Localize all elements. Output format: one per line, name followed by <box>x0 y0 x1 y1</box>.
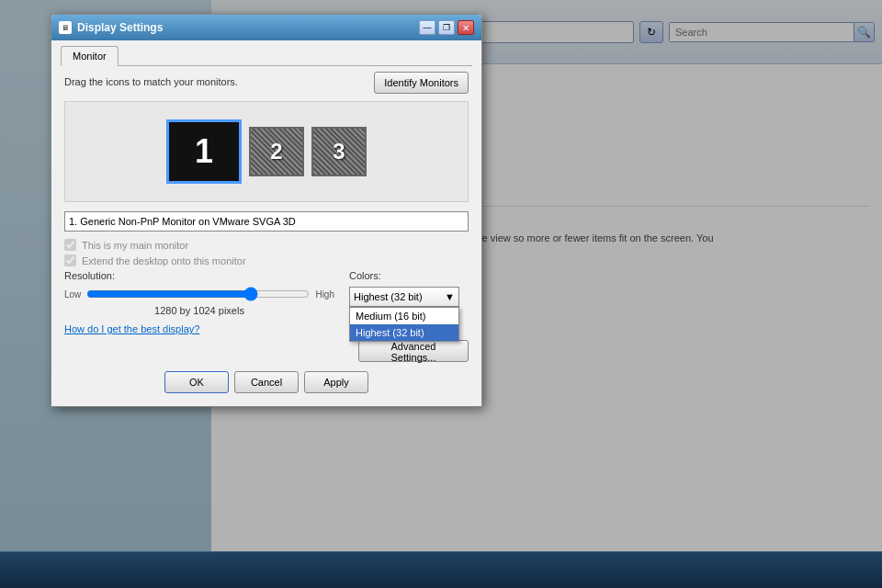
resolution-value: 1280 by 1024 pixels <box>64 305 334 316</box>
monitor-2-icon[interactable]: 2 <box>249 127 304 176</box>
colors-select-btn[interactable]: Highest (32 bit) ▼ <box>349 287 459 307</box>
advanced-btn-row: Advanced Settings... <box>64 340 469 362</box>
display-settings-dialog: 🖥 Display Settings — ❐ ✕ Monitor Identif… <box>51 14 482 407</box>
extend-desktop-label: Extend the desktop onto this monitor <box>82 255 246 266</box>
colors-dropdown-popup: Medium (16 bit) Highest (32 bit) <box>349 307 459 342</box>
monitor-select[interactable]: 1. Generic Non-PnP Monitor on VMware SVG… <box>64 211 469 232</box>
low-label: Low <box>64 289 81 300</box>
dialog-body: Identify Monitors Drag the icons to matc… <box>51 66 481 406</box>
monitor-3-icon[interactable]: 3 <box>311 127 367 176</box>
identify-monitors-btn[interactable]: Identify Monitors <box>374 72 469 94</box>
colors-right: Colors: Highest (32 bit) ▼ Medium (16 bi… <box>349 270 469 307</box>
dialog-tab-bar: Monitor <box>51 40 481 66</box>
main-monitor-label: This is my main monitor <box>82 240 188 251</box>
colors-dropdown-arrow: ▼ <box>445 291 455 302</box>
monitor-display-area: 1 2 3 <box>64 101 469 202</box>
dialog-restore-btn[interactable]: ❐ <box>438 20 455 35</box>
main-monitor-row: This is my main monitor <box>64 239 469 251</box>
dialog-minimize-btn[interactable]: — <box>419 20 435 35</box>
advanced-settings-btn[interactable]: Advanced Settings... <box>358 340 469 362</box>
colors-option-medium[interactable]: Medium (16 bit) <box>350 308 458 324</box>
colors-dropdown-wrap: Highest (32 bit) ▼ Medium (16 bit) Highe… <box>349 287 469 307</box>
extend-desktop-row: Extend the desktop onto this monitor <box>64 254 469 266</box>
tab-monitor[interactable]: Monitor <box>61 46 119 66</box>
monitor-dropdown-container: 1. Generic Non-PnP Monitor on VMware SVG… <box>64 211 469 232</box>
colors-option-highest[interactable]: Highest (32 bit) <box>350 324 458 341</box>
dialog-header-row: Identify Monitors Drag the icons to matc… <box>64 75 469 94</box>
main-monitor-checkbox[interactable] <box>64 239 76 251</box>
resolution-left: Resolution: Low High 1280 by 1024 pixels <box>64 270 334 316</box>
dialog-tabs: Monitor <box>61 46 472 66</box>
colors-label: Colors: <box>349 270 469 281</box>
ok-btn[interactable]: OK <box>164 371 229 393</box>
high-label: High <box>315 289 334 300</box>
cancel-btn[interactable]: Cancel <box>234 371 299 393</box>
extend-desktop-checkbox[interactable] <box>64 254 76 266</box>
dialog-title-icon: 🖥 <box>59 21 72 34</box>
resolution-section: Resolution: Low High 1280 by 1024 pixels… <box>64 270 469 316</box>
dialog-close-btn[interactable]: ✕ <box>458 20 474 35</box>
apply-btn[interactable]: Apply <box>304 371 368 393</box>
monitor-1-icon[interactable]: 1 <box>166 119 242 184</box>
dialog-title-text: Display Settings <box>77 21 413 34</box>
dialog-buttons: OK Cancel Apply <box>64 371 469 393</box>
resolution-slider[interactable] <box>86 287 310 301</box>
resolution-label: Resolution: <box>64 270 334 281</box>
instruction-text: Drag the icons to match your monitors. <box>64 76 238 87</box>
colors-current-value: Highest (32 bit) <box>354 291 423 302</box>
dialog-titlebar: 🖥 Display Settings — ❐ ✕ <box>51 15 481 40</box>
slider-row: Low High <box>64 287 334 301</box>
